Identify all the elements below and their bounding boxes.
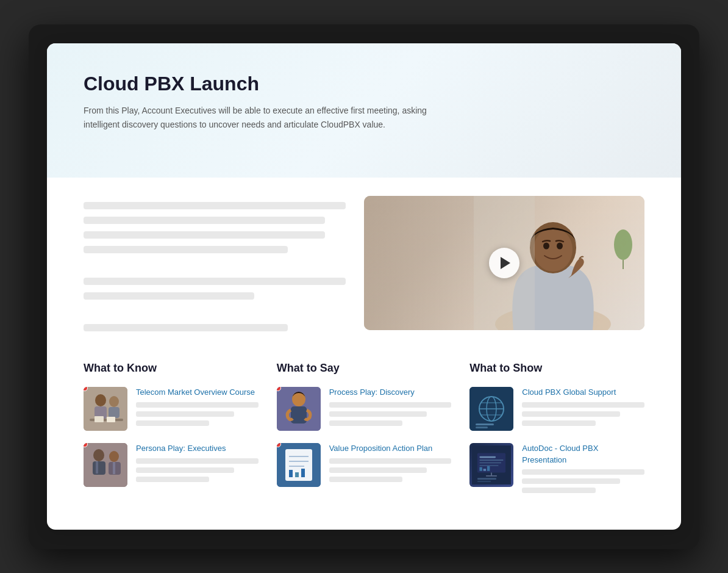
telecom-thumbnail <box>84 387 127 431</box>
discovery-title[interactable]: Process Play: Discovery <box>329 387 452 398</box>
show-section: What to Show <box>469 362 644 505</box>
card-skeleton-8 <box>329 411 427 417</box>
svg-point-19 <box>93 449 104 461</box>
skeleton-content <box>84 196 346 331</box>
know-section: What to Know <box>84 362 259 505</box>
svg-point-5 <box>543 243 549 250</box>
page-container: Cloud PBX Launch From this Play, Account… <box>47 43 681 529</box>
svg-point-4 <box>534 228 573 272</box>
skeleton-line-7 <box>84 324 288 331</box>
hero-section: Cloud PBX Launch From this Play, Account… <box>47 43 681 178</box>
card-skeleton-17 <box>522 478 620 484</box>
svg-rect-35 <box>301 469 305 477</box>
presentation-thumbnail <box>469 443 513 487</box>
discovery-info: Process Play: Discovery <box>329 387 452 425</box>
show-heading: What to Show <box>469 362 644 375</box>
card-skeleton-2 <box>136 411 234 417</box>
card-skeleton-1 <box>136 402 259 408</box>
skeleton-line-3 <box>84 231 325 239</box>
play-button[interactable] <box>489 248 519 278</box>
list-item: Process Play: Discovery <box>277 387 452 431</box>
svg-rect-17 <box>107 417 115 422</box>
svg-rect-33 <box>289 470 293 477</box>
svg-point-11 <box>95 394 106 406</box>
list-item: Cloud PBX Global Support <box>469 387 644 431</box>
svg-rect-47 <box>480 459 504 461</box>
telecom-info: Telecom Market Overview Course <box>136 387 259 425</box>
svg-rect-48 <box>480 463 502 464</box>
svg-rect-55 <box>477 478 496 480</box>
list-item: Telecom Market Overview Course <box>84 387 259 431</box>
content-section <box>47 178 681 350</box>
card-skeleton-11 <box>329 467 427 473</box>
know-heading: What to Know <box>84 362 259 375</box>
persona-title[interactable]: Persona Play: Executives <box>136 443 259 454</box>
svg-rect-42 <box>476 423 494 425</box>
card-skeleton-18 <box>522 488 595 493</box>
auto-doc-info: AutoDoc - Cloud PBX Presentation <box>522 443 644 492</box>
svg-rect-49 <box>480 465 499 466</box>
action-plan-thumbnail <box>277 443 321 487</box>
device-frame: Cloud PBX Launch From this Play, Account… <box>29 24 699 549</box>
skeleton-line-6 <box>84 292 254 300</box>
card-skeleton-9 <box>329 420 402 426</box>
card-skeleton-15 <box>522 420 595 426</box>
skeleton-gap <box>84 261 346 270</box>
card-skeleton-12 <box>329 477 402 482</box>
support-title[interactable]: Cloud PBX Global Support <box>522 387 644 398</box>
svg-rect-34 <box>295 472 299 477</box>
telecom-title[interactable]: Telecom Market Overview Course <box>136 387 259 398</box>
card-skeleton-10 <box>329 458 452 464</box>
skeleton-line-5 <box>84 278 346 285</box>
support-info: Cloud PBX Global Support <box>522 387 644 425</box>
card-skeleton-5 <box>136 467 234 473</box>
card-skeleton-3 <box>136 420 209 426</box>
svg-rect-20 <box>93 461 105 475</box>
svg-point-21 <box>109 451 119 462</box>
skeleton-gap-2 <box>84 307 346 317</box>
skeleton-line-2 <box>84 217 325 224</box>
hero-description: From this Play, Account Executives will … <box>84 104 437 131</box>
list-item: Persona Play: Executives <box>84 443 259 487</box>
svg-rect-14 <box>109 407 120 418</box>
skeleton-line-4 <box>84 246 288 253</box>
persona-thumbnail <box>84 443 127 487</box>
say-section: What to Say <box>277 362 452 505</box>
card-skeleton-14 <box>522 411 620 417</box>
video-thumbnail <box>364 196 644 330</box>
svg-rect-27 <box>291 406 307 423</box>
svg-rect-23 <box>96 461 98 474</box>
svg-rect-43 <box>476 427 488 428</box>
action-plan-info: Value Proposition Action Plan <box>329 443 452 481</box>
svg-point-6 <box>557 243 563 250</box>
auto-doc-title[interactable]: AutoDoc - Cloud PBX Presentation <box>522 443 644 465</box>
svg-rect-46 <box>480 456 496 458</box>
discovery-thumbnail <box>277 387 321 431</box>
persona-info: Persona Play: Executives <box>136 443 259 481</box>
card-skeleton-6 <box>136 477 209 482</box>
svg-rect-24 <box>113 462 115 474</box>
skeleton-line-1 <box>84 202 346 209</box>
page-title: Cloud PBX Launch <box>84 73 644 95</box>
card-skeleton-4 <box>136 458 259 464</box>
say-heading: What to Say <box>277 362 452 375</box>
action-plan-title[interactable]: Value Proposition Action Plan <box>329 443 452 454</box>
svg-rect-16 <box>95 416 104 422</box>
list-item: Value Proposition Action Plan <box>277 443 452 487</box>
svg-point-7 <box>614 229 632 260</box>
support-thumbnail <box>469 387 513 431</box>
svg-rect-52 <box>487 466 490 471</box>
svg-rect-51 <box>484 469 486 472</box>
svg-rect-50 <box>480 467 482 471</box>
bottom-section: What to Know <box>47 350 681 529</box>
svg-point-13 <box>109 396 119 407</box>
card-skeleton-13 <box>522 402 644 408</box>
card-skeleton-7 <box>329 402 452 408</box>
card-skeleton-16 <box>522 469 644 475</box>
list-item: AutoDoc - Cloud PBX Presentation <box>469 443 644 492</box>
svg-rect-56 <box>477 481 491 482</box>
